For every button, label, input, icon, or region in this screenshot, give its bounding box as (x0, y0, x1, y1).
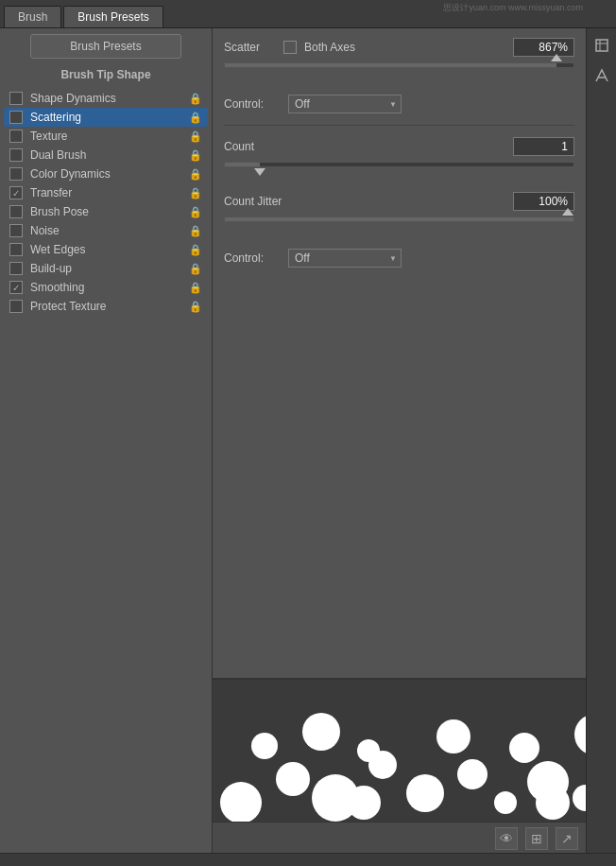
brush-item-smoothing[interactable]: ✓ Smoothing 🔒 (4, 278, 208, 297)
divider1 (224, 125, 574, 126)
control2-select[interactable]: Off Fade Pen Pressure (288, 249, 402, 268)
svg-point-19 (574, 714, 586, 755)
svg-point-6 (494, 791, 517, 814)
checkbox-dual-brush[interactable] (9, 148, 23, 162)
count-value-input[interactable] (513, 137, 574, 156)
brush-item-protect-texture[interactable]: Protect Texture 🔒 (4, 297, 208, 316)
control1-row: Control: Off Fade Pen Pressure (224, 95, 574, 113)
tab-bar: Brush Brush Presets 思设计yuan.com www.miss… (0, 0, 616, 28)
arrow-icon[interactable]: ↗ (556, 827, 578, 850)
brush-item-noise[interactable]: Noise 🔒 (4, 221, 208, 240)
svg-point-1 (276, 762, 310, 796)
scatter-slider-container (224, 62, 574, 70)
svg-point-0 (220, 782, 262, 822)
scatter-label: Scatter (224, 41, 276, 54)
scatter-value-input[interactable] (513, 38, 574, 57)
checkbox-protect-texture[interactable] (9, 300, 23, 313)
right-panel: Scatter Both Axes Control: (213, 28, 586, 678)
lock-icon-protect-texture: 🔒 (189, 301, 202, 313)
control2-select-wrapper: Off Fade Pen Pressure (288, 249, 402, 268)
svg-point-16 (357, 739, 380, 762)
svg-rect-27 (596, 40, 607, 51)
control1-label: Control: (224, 97, 281, 111)
svg-point-5 (457, 759, 488, 789)
brush-item-wet-edges[interactable]: Wet Edges 🔒 (4, 240, 208, 259)
grid-icon[interactable]: ⊞ (525, 827, 548, 850)
svg-point-15 (302, 713, 340, 751)
scatter-slider-track[interactable] (224, 62, 574, 68)
tab-brush[interactable]: Brush (4, 6, 61, 27)
scatter-slider-fill (225, 63, 556, 67)
count-jitter-row: Count Jitter (224, 192, 574, 211)
count-jitter-slider-container (224, 216, 574, 224)
brush-item-shape-dynamics[interactable]: Shape Dynamics 🔒 (4, 89, 208, 108)
brush-item-dual-brush[interactable]: Dual Brush 🔒 (4, 146, 208, 165)
control1-select-wrapper: Off Fade Pen Pressure (288, 95, 402, 113)
brush-item-scattering[interactable]: Scattering 🔒 (4, 108, 208, 127)
checkbox-shape-dynamics[interactable] (9, 92, 23, 105)
count-jitter-slider-track[interactable] (224, 216, 574, 222)
main-container: Brush Brush Presets 思设计yuan.com www.miss… (0, 0, 616, 866)
brush-presets-button[interactable]: Brush Presets (30, 34, 181, 59)
svg-point-18 (509, 733, 539, 763)
brush-item-color-dynamics[interactable]: Color Dynamics 🔒 (4, 165, 208, 183)
brush-item-transfer[interactable]: ✓ Transfer 🔒 (4, 183, 208, 202)
lock-icon-scattering: 🔒 (189, 112, 202, 124)
checkbox-brush-pose[interactable] (9, 205, 23, 218)
count-jitter-slider-fill (225, 217, 573, 221)
left-panel: Brush Presets Brush Tip Shape Shape Dyna… (0, 28, 213, 853)
both-axes-checkbox[interactable] (283, 41, 297, 54)
count-slider-thumb[interactable] (254, 168, 265, 176)
checkbox-smoothing[interactable]: ✓ (9, 281, 23, 294)
control1-select[interactable]: Off Fade Pen Pressure (288, 95, 402, 113)
lock-icon-color-dynamics: 🔒 (189, 168, 202, 181)
scatter-row: Scatter Both Axes (224, 38, 574, 57)
count-jitter-slider-thumb[interactable] (562, 208, 573, 216)
checkbox-noise[interactable] (9, 224, 23, 237)
svg-point-25 (536, 786, 570, 820)
lock-icon-shape-dynamics: 🔒 (189, 93, 202, 105)
bottom-bar (0, 853, 616, 866)
lock-icon-smoothing: 🔒 (189, 282, 202, 294)
lock-icon-noise: 🔒 (189, 225, 202, 237)
lock-icon-brush-pose: 🔒 (189, 206, 202, 218)
tool-icon-1[interactable] (589, 32, 615, 59)
tab-brush-presets[interactable]: Brush Presets (63, 6, 163, 27)
svg-point-8 (573, 785, 586, 811)
lock-icon-dual-brush: 🔒 (189, 149, 202, 162)
checkbox-texture[interactable] (9, 130, 23, 143)
lock-icon-wet-edges: 🔒 (189, 244, 202, 256)
scatter-slider-thumb[interactable] (551, 54, 562, 61)
count-slider-track[interactable] (224, 162, 574, 167)
svg-point-14 (251, 733, 278, 759)
brush-item-brush-pose[interactable]: Brush Pose 🔒 (4, 202, 208, 221)
tool-icon-2[interactable] (589, 62, 615, 89)
control2-row: Control: Off Fade Pen Pressure (224, 249, 574, 268)
count-row: Count (224, 137, 574, 156)
both-axes-label: Both Axes (304, 41, 505, 54)
preview-area: 👁 ⊞ ↗ (213, 678, 586, 853)
brush-item-build-up[interactable]: Build-up 🔒 (4, 259, 208, 278)
count-slider-container (224, 162, 574, 169)
eye-icon[interactable]: 👁 (495, 827, 518, 850)
checkbox-color-dynamics[interactable] (9, 167, 23, 181)
count-label: Count (224, 140, 505, 153)
watermark: 思设计yuan.com www.missyuan.com (443, 2, 583, 14)
lock-icon-texture: 🔒 (189, 130, 202, 143)
right-icons-panel (586, 28, 616, 853)
checkbox-wet-edges[interactable] (9, 243, 23, 256)
checkbox-transfer[interactable]: ✓ (9, 186, 23, 199)
lock-icon-build-up: 🔒 (189, 263, 202, 275)
right-content: Scatter Both Axes Control: (213, 28, 586, 853)
content-area: Brush Presets Brush Tip Shape Shape Dyna… (0, 28, 616, 853)
count-jitter-label: Count Jitter (224, 195, 505, 208)
checkbox-scattering[interactable] (9, 111, 23, 124)
preview-svg (213, 680, 586, 822)
svg-point-24 (347, 786, 381, 820)
preview-toolbar: 👁 ⊞ ↗ (213, 822, 586, 853)
count-slider-fill (225, 163, 260, 166)
section-title: Brush Tip Shape (4, 68, 208, 81)
brush-item-texture[interactable]: Texture 🔒 (4, 127, 208, 146)
checkbox-build-up[interactable] (9, 262, 23, 275)
preview-canvas (213, 680, 586, 822)
